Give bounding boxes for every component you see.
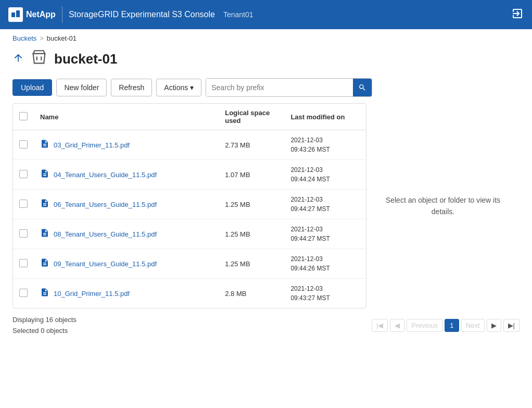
prev-page-button[interactable]: ◀ (390, 319, 404, 332)
row-name-cell: 08_Tenant_Users_Guide_11.5.pdf (34, 219, 219, 249)
netapp-logo: NetApp (8, 7, 56, 22)
footer: Displaying 16 objects Selected 0 objects… (0, 308, 532, 343)
row-date-cell: 2021-12-0309:43:27 MST (284, 279, 366, 308)
file-link-0[interactable]: 03_Grid_Primer_11.5.pdf (40, 139, 212, 151)
actions-button[interactable]: Actions ▾ (156, 79, 201, 96)
last-page-button[interactable]: ▶| (503, 319, 520, 332)
table-row: 10_Grid_Primer_11.5.pdf 2.8 MB 2021-12-0… (13, 279, 366, 308)
logo-text: NetApp (26, 10, 56, 19)
file-name-text: 03_Grid_Primer_11.5.pdf (54, 141, 130, 149)
header: NetApp StorageGRID Experimental S3 Conso… (0, 0, 532, 29)
row-name-cell: 10_Grid_Primer_11.5.pdf (34, 279, 219, 308)
row-checkbox-cell (13, 130, 34, 160)
row-checkbox-4[interactable] (19, 259, 28, 267)
file-link-2[interactable]: 06_Tenant_Users_Guide_11.5.pdf (40, 199, 212, 210)
new-folder-button[interactable]: New folder (56, 79, 107, 96)
row-date-cell: 2021-12-0309:43:26 MST (284, 130, 366, 160)
name-column-header: Name (34, 104, 219, 130)
table-row: 08_Tenant_Users_Guide_11.5.pdf 1.25 MB 2… (13, 219, 366, 249)
file-icon (40, 199, 49, 210)
page-title-area: bucket-01 (0, 44, 532, 78)
main-content: Name Logical spaceused Last modified on … (0, 103, 532, 308)
file-name-text: 06_Tenant_Users_Guide_11.5.pdf (54, 201, 157, 208)
file-icon (40, 169, 49, 180)
upload-button[interactable]: Upload (12, 79, 52, 96)
files-table: Name Logical spaceused Last modified on … (13, 104, 366, 308)
current-page-button[interactable]: 1 (445, 319, 459, 332)
first-page-button[interactable]: |◀ (372, 319, 388, 332)
row-size-cell: 1.07 MB (219, 160, 284, 190)
date-column-header: Last modified on (284, 104, 366, 130)
table-row: 04_Tenant_Users_Guide_11.5.pdf 1.07 MB 2… (13, 160, 366, 190)
row-date-cell: 2021-12-0309:44:27 MST (284, 219, 366, 249)
header-left: NetApp StorageGRID Experimental S3 Conso… (8, 6, 254, 23)
page-title: bucket-01 (54, 51, 117, 67)
size-column-header: Logical spaceused (219, 104, 284, 130)
details-panel: Select an object or folder to view its d… (366, 103, 520, 308)
row-size-cell: 1.25 MB (219, 190, 284, 219)
table-header-row: Name Logical spaceused Last modified on (13, 104, 366, 130)
bucket-icon (30, 48, 48, 70)
row-size-cell: 1.25 MB (219, 219, 284, 249)
file-icon (40, 258, 49, 269)
chevron-down-icon: ▾ (190, 83, 194, 92)
breadcrumb-separator: > (40, 34, 44, 42)
svg-rect-2 (16, 10, 20, 17)
file-name-text: 09_Tenant_Users_Guide_11.5.pdf (54, 260, 157, 268)
row-checkbox-cell (13, 160, 34, 190)
row-checkbox-cell (13, 279, 34, 308)
file-link-4[interactable]: 09_Tenant_Users_Guide_11.5.pdf (40, 258, 212, 269)
exit-button[interactable] (511, 7, 524, 22)
search-input[interactable] (206, 79, 353, 96)
file-link-3[interactable]: 08_Tenant_Users_Guide_11.5.pdf (40, 228, 212, 240)
row-checkbox-1[interactable] (19, 170, 28, 178)
row-checkbox-2[interactable] (19, 200, 28, 208)
breadcrumb-parent[interactable]: Buckets (12, 34, 36, 42)
search-button[interactable] (353, 78, 372, 97)
row-name-cell: 03_Grid_Primer_11.5.pdf (34, 130, 219, 160)
row-checkbox-5[interactable] (19, 289, 28, 297)
logo-icon (8, 7, 23, 22)
row-name-cell: 06_Tenant_Users_Guide_11.5.pdf (34, 190, 219, 219)
file-icon (40, 288, 49, 299)
row-name-cell: 09_Tenant_Users_Guide_11.5.pdf (34, 249, 219, 279)
row-size-cell: 1.25 MB (219, 249, 284, 279)
refresh-button[interactable]: Refresh (111, 79, 152, 96)
row-checkbox-cell (13, 249, 34, 279)
row-checkbox-0[interactable] (19, 140, 28, 149)
file-name-text: 10_Grid_Primer_11.5.pdf (54, 290, 130, 298)
toolbar: Upload New folder Refresh Actions ▾ (0, 78, 532, 103)
row-checkbox-cell (13, 219, 34, 249)
table-wrapper[interactable]: Name Logical spaceused Last modified on … (13, 104, 366, 308)
next-page-button[interactable]: ▶ (487, 319, 501, 332)
row-size-cell: 2.8 MB (219, 279, 284, 308)
table-row: 09_Tenant_Users_Guide_11.5.pdf 1.25 MB 2… (13, 249, 366, 279)
header-title: StorageGRID Experimental S3 Console (69, 10, 215, 19)
file-name-text: 08_Tenant_Users_Guide_11.5.pdf (54, 230, 157, 238)
row-date-cell: 2021-12-0309:44:27 MST (284, 190, 366, 219)
row-checkbox-cell (13, 190, 34, 219)
file-icon (40, 139, 49, 151)
table-row: 03_Grid_Primer_11.5.pdf 2.73 MB 2021-12-… (13, 130, 366, 160)
next-label: Next (461, 319, 485, 332)
table-row: 06_Tenant_Users_Guide_11.5.pdf 1.25 MB 2… (13, 190, 366, 219)
row-name-cell: 04_Tenant_Users_Guide_11.5.pdf (34, 160, 219, 190)
details-message: Select an object or folder to view its d… (379, 194, 507, 218)
row-date-cell: 2021-12-0309:44:24 MST (284, 160, 366, 190)
header-divider (62, 6, 62, 23)
select-all-checkbox[interactable] (19, 112, 28, 120)
file-link-1[interactable]: 04_Tenant_Users_Guide_11.5.pdf (40, 169, 212, 180)
search-box (206, 78, 372, 97)
file-link-5[interactable]: 10_Grid_Primer_11.5.pdf (40, 288, 212, 299)
svg-rect-1 (11, 13, 15, 17)
actions-label: Actions (164, 83, 188, 92)
breadcrumb-current: bucket-01 (47, 34, 77, 42)
breadcrumb: Buckets > bucket-01 (0, 29, 532, 44)
navigate-up-button[interactable] (12, 52, 24, 66)
display-count: Displaying 16 objects (12, 315, 77, 326)
file-name-text: 04_Tenant_Users_Guide_11.5.pdf (54, 171, 157, 179)
row-size-cell: 2.73 MB (219, 130, 284, 160)
row-checkbox-3[interactable] (19, 229, 28, 238)
previous-label: Previous (407, 319, 442, 332)
select-all-header (13, 104, 34, 130)
